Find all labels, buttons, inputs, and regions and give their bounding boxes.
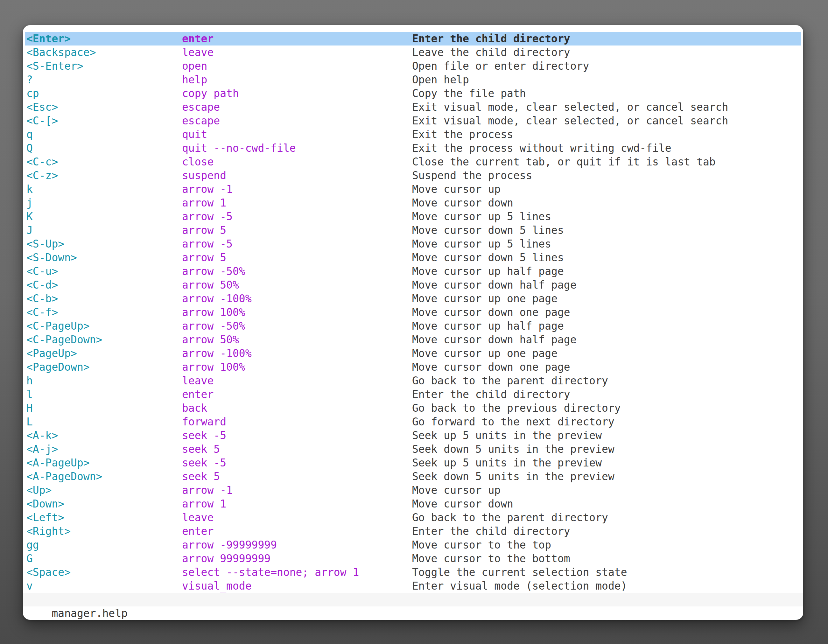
description-cell: Move cursor down — [412, 497, 513, 511]
description-cell: Leave the child directory — [412, 45, 570, 59]
key-cell: <Backspace> — [27, 45, 96, 59]
description-cell: Move cursor down 5 lines — [412, 251, 564, 265]
keybind-row[interactable]: <Enter>enterEnter the child directory — [25, 32, 801, 45]
key-cell: <PageDown> — [27, 360, 90, 374]
key-cell: G — [27, 552, 33, 566]
description-cell: Suspend the process — [412, 169, 532, 182]
key-cell: <Down> — [27, 497, 64, 511]
description-cell: Enter the child directory — [412, 524, 570, 538]
command-cell: leave — [182, 511, 213, 524]
command-cell: copy path — [182, 86, 239, 100]
command-cell: arrow -50% — [182, 319, 245, 333]
description-cell: Go back to the parent directory — [412, 374, 608, 387]
keybind-row[interactable]: <S-Up>arrow -5Move cursor up 5 lines — [25, 237, 801, 251]
keybind-row[interactable]: karrow -1Move cursor up — [25, 182, 801, 196]
keybind-row[interactable]: <PageDown>arrow 100%Move cursor down one… — [25, 360, 801, 374]
keybind-row[interactable]: cpcopy pathCopy the file path — [25, 86, 801, 100]
keybind-row[interactable]: Karrow -5Move cursor up 5 lines — [25, 210, 801, 223]
description-cell: Move cursor down — [412, 196, 513, 210]
keybind-row[interactable]: <S-Down>arrow 5Move cursor down 5 lines — [25, 251, 801, 265]
keybind-row[interactable]: <Esc>escapeExit visual mode, clear selec… — [25, 100, 801, 114]
keybind-row[interactable]: <Right>enterEnter the child directory — [25, 524, 801, 538]
command-cell: quit — [182, 128, 207, 141]
description-cell: Enter the child directory — [412, 387, 570, 401]
keybind-row[interactable]: ?helpOpen help — [25, 73, 801, 86]
key-cell: <Right> — [27, 524, 71, 538]
keybind-row[interactable]: Jarrow 5Move cursor down 5 lines — [25, 223, 801, 237]
description-cell: Exit the process without writing cwd-fil… — [412, 141, 671, 155]
keybind-row[interactable]: <Left>leaveGo back to the parent directo… — [25, 511, 801, 524]
command-cell: escape — [182, 100, 220, 114]
key-cell: j — [27, 196, 33, 210]
description-cell: Toggle the current selection state — [412, 566, 627, 579]
description-cell: Open help — [412, 73, 469, 86]
keybind-row[interactable]: <C-c>closeClose the current tab, or quit… — [25, 155, 801, 169]
description-cell: Go back to the parent directory — [412, 511, 608, 524]
description-cell: Move cursor up — [412, 483, 500, 497]
command-cell: select --state=none; arrow 1 — [182, 566, 359, 579]
command-cell: arrow -100% — [182, 346, 252, 360]
description-cell: Seek down 5 units in the preview — [412, 442, 615, 456]
keybind-row[interactable]: hleaveGo back to the parent directory — [25, 374, 801, 387]
key-cell: <Left> — [27, 511, 64, 524]
description-cell: Open file or enter directory — [412, 59, 589, 73]
command-cell: arrow 99999999 — [182, 552, 270, 566]
keybind-row[interactable]: <C-PageDown>arrow 50%Move cursor down ha… — [25, 333, 801, 346]
keybind-row[interactable]: vvisual_modeEnter visual mode (selection… — [25, 579, 801, 593]
description-cell: Move cursor down 5 lines — [412, 223, 564, 237]
command-cell: help — [182, 73, 207, 86]
keybind-row[interactable]: <C-f>arrow 100%Move cursor down one page — [25, 306, 801, 319]
description-cell: Close the current tab, or quit if it is … — [412, 155, 716, 169]
key-cell: k — [27, 182, 33, 196]
desktop: { "window": { "app": "yazi-help-pane", "… — [0, 0, 828, 644]
keybind-row[interactable]: HbackGo back to the previous directory — [25, 401, 801, 415]
keybind-row[interactable]: <Space>select --state=none; arrow 1Toggl… — [25, 566, 801, 579]
key-cell: <A-PageUp> — [27, 456, 90, 470]
keybind-row[interactable]: <C-b>arrow -100%Move cursor up one page — [25, 292, 801, 306]
keybind-row[interactable]: qquitExit the process — [25, 128, 801, 141]
key-cell: <A-k> — [27, 429, 58, 442]
description-cell: Move cursor down one page — [412, 306, 570, 319]
key-cell: <C-f> — [27, 306, 58, 319]
keybind-row[interactable]: <Down>arrow 1Move cursor down — [25, 497, 801, 511]
key-cell: <C-PageUp> — [27, 319, 90, 333]
keybind-row[interactable]: jarrow 1Move cursor down — [25, 196, 801, 210]
keybind-row[interactable]: <C-d>arrow 50%Move cursor down half page — [25, 278, 801, 292]
keybind-row[interactable]: <S-Enter>openOpen file or enter director… — [25, 59, 801, 73]
key-cell: cp — [27, 86, 39, 100]
keybind-row[interactable]: <PageUp>arrow -100%Move cursor up one pa… — [25, 346, 801, 360]
keybind-row[interactable]: <A-k>seek -5Seek up 5 units in the previ… — [25, 429, 801, 442]
command-cell: leave — [182, 45, 213, 59]
keybind-row[interactable]: <A-j>seek 5Seek down 5 units in the prev… — [25, 442, 801, 456]
command-cell: arrow -5 — [182, 237, 233, 251]
command-cell: arrow -50% — [182, 265, 245, 278]
keybind-row[interactable]: ggarrow -99999999Move cursor to the top — [25, 538, 801, 552]
keybind-row[interactable]: <Up>arrow -1Move cursor up — [25, 483, 801, 497]
keybind-row[interactable]: <A-PageDown>seek 5Seek down 5 units in t… — [25, 470, 801, 483]
keybind-row[interactable]: lenterEnter the child directory — [25, 387, 801, 401]
keybind-row[interactable]: <C-u>arrow -50%Move cursor up half page — [25, 265, 801, 278]
keybind-row[interactable]: Qquit --no-cwd-fileExit the process with… — [25, 141, 801, 155]
command-cell: arrow -1 — [182, 483, 233, 497]
status-layer-label: manager.help — [52, 607, 127, 619]
description-cell: Move cursor up 5 lines — [412, 237, 551, 251]
key-cell: ? — [27, 73, 33, 86]
command-cell: escape — [182, 114, 220, 128]
keybind-row[interactable]: <C-z>suspendSuspend the process — [25, 169, 801, 182]
keybind-row[interactable]: <C-[>escapeExit visual mode, clear selec… — [25, 114, 801, 128]
command-cell: enter — [182, 387, 213, 401]
command-cell: close — [182, 155, 213, 169]
command-cell: visual_mode — [182, 579, 252, 593]
keybind-row[interactable]: <A-PageUp>seek -5Seek up 5 units in the … — [25, 456, 801, 470]
keybind-row[interactable]: LforwardGo forward to the next directory — [25, 415, 801, 429]
keybind-row[interactable]: <Backspace>leaveLeave the child director… — [25, 45, 801, 59]
key-cell: <Up> — [27, 483, 52, 497]
keybind-row[interactable]: <C-PageUp>arrow -50%Move cursor up half … — [25, 319, 801, 333]
keybinding-list: <Enter>enterEnter the child directory<Ba… — [25, 32, 801, 593]
status-bar: manager.help — [23, 593, 803, 606]
keybind-row[interactable]: Garrow 99999999Move cursor to the bottom — [25, 552, 801, 566]
command-cell: arrow 50% — [182, 278, 239, 292]
description-cell: Enter visual mode (selection mode) — [412, 579, 627, 593]
command-cell: leave — [182, 374, 213, 387]
key-cell: q — [27, 128, 33, 141]
